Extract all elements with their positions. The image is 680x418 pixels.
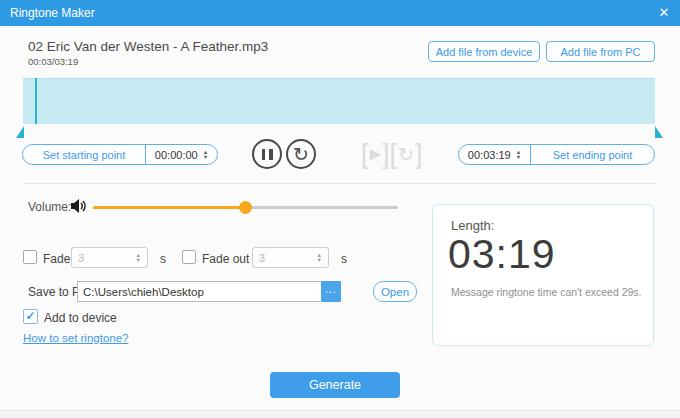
fade-in-spinner[interactable]: ▲▼: [71, 247, 148, 268]
spinner-arrows-icon[interactable]: ▲▼: [317, 253, 322, 262]
speaker-icon: [70, 198, 88, 214]
browse-folder-button[interactable]: ...: [321, 281, 341, 302]
how-to-set-ringtone-link[interactable]: How to set ringtone?: [23, 332, 128, 344]
pause-icon: [262, 149, 266, 160]
end-time-value: 00:03:19: [468, 149, 511, 161]
section-divider: [23, 183, 657, 184]
playback-position: 00:03/03:19: [28, 56, 78, 67]
spinner-arrows-icon[interactable]: ▲▼: [516, 150, 521, 159]
replay-button[interactable]: ↻: [286, 139, 316, 169]
add-file-from-pc-button[interactable]: Add file from PC: [546, 41, 655, 62]
playhead-marker[interactable]: [35, 78, 37, 124]
start-time-spinner[interactable]: 00:00:00 ▲▼: [145, 145, 217, 164]
length-value: 03:19: [448, 231, 556, 278]
start-time-value: 00:00:00: [155, 149, 198, 161]
preview-transport-disabled: [ ▶ ] [ ↻ ]: [361, 139, 423, 169]
loaded-file-name: 02 Eric Van der Westen - A Feather.mp3: [28, 39, 268, 54]
fade-out-value-input[interactable]: [253, 252, 317, 264]
trim-end-handle[interactable]: [655, 126, 663, 138]
end-point-control: 00:03:19 ▲▼ Set ending point: [458, 144, 655, 165]
replay-icon: ↻: [293, 143, 309, 166]
add-file-from-device-button[interactable]: Add file from device: [428, 41, 540, 62]
add-to-device-label: Add to device: [44, 311, 117, 325]
title-bar: Ringtone Maker ✕: [0, 0, 680, 26]
generate-button[interactable]: Generate: [270, 372, 400, 398]
open-folder-button[interactable]: Open: [373, 281, 417, 302]
trim-start-handle[interactable]: [16, 126, 24, 138]
fade-in-value-input[interactable]: [72, 252, 136, 264]
fade-out-label: Fade out: [202, 252, 249, 266]
window-title: Ringtone Maker: [10, 6, 95, 20]
fade-out-checkbox[interactable]: [182, 250, 196, 264]
set-ending-point-button[interactable]: Set ending point: [531, 145, 654, 164]
fade-in-checkbox[interactable]: [23, 250, 37, 264]
pause-icon: [269, 149, 273, 160]
save-path-input[interactable]: [77, 281, 341, 302]
spinner-arrows-icon[interactable]: ▲▼: [203, 150, 208, 159]
spinner-arrows-icon[interactable]: ▲▼: [136, 253, 141, 262]
volume-slider-thumb[interactable]: [239, 201, 252, 214]
end-time-spinner[interactable]: 00:03:19 ▲▼: [459, 145, 531, 164]
volume-label: Volume:: [28, 200, 71, 214]
start-point-control: Set starting point 00:00:00 ▲▼: [22, 144, 218, 165]
window-footer: [0, 410, 680, 418]
length-panel: Length: 03:19 Message ringtone time can'…: [432, 204, 654, 346]
loop-selection-icon: ↻: [398, 143, 414, 166]
pause-button[interactable]: [252, 139, 282, 169]
volume-slider-fill: [93, 206, 246, 209]
play-selection-icon: ▶: [370, 145, 382, 163]
add-to-device-checkbox[interactable]: ✓: [23, 309, 38, 324]
fade-in-unit: s: [160, 252, 166, 266]
waveform-strip[interactable]: [23, 78, 655, 124]
set-starting-point-button[interactable]: Set starting point: [23, 145, 145, 164]
fade-out-unit: s: [341, 252, 347, 266]
fade-out-spinner[interactable]: ▲▼: [252, 247, 329, 268]
close-icon[interactable]: ✕: [655, 4, 673, 22]
length-note: Message ringtone time can't exceed 29s.: [451, 286, 642, 298]
ringtone-maker-window: Ringtone Maker ✕ 02 Eric Van der Westen …: [0, 0, 680, 418]
